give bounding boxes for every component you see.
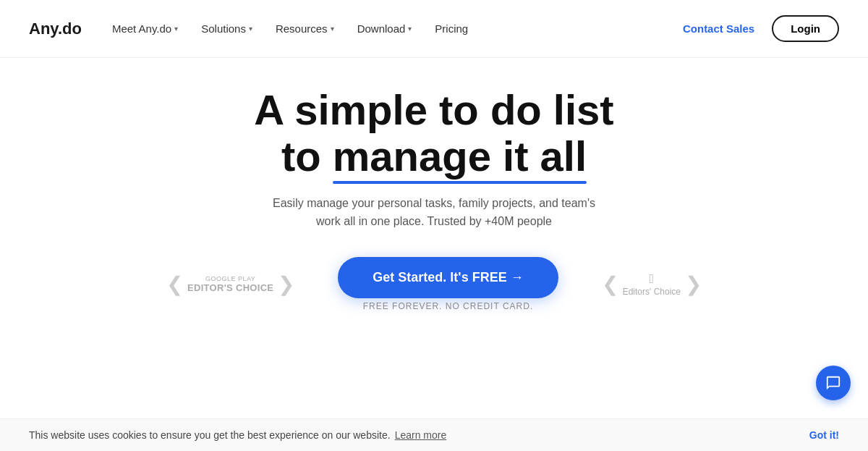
nav-item-download[interactable]: Download ▾ <box>347 17 422 41</box>
laurel-right-icon: ❯ <box>685 272 702 296</box>
nav-item-pricing[interactable]: Pricing <box>425 17 478 41</box>
laurel-right-icon: ❯ <box>278 272 294 296</box>
navbar: Any.do Meet Any.do ▾ Solutions ▾ Resourc… <box>0 0 868 58</box>
nav-right: Contact Sales Login <box>674 15 839 42</box>
badge-laurel-right: ❮  Editors' Choice ❯ <box>602 271 702 297</box>
chevron-down-icon: ▾ <box>174 25 178 33</box>
logo[interactable]: Any.do <box>29 20 82 38</box>
get-started-button[interactable]: Get Started. It's FREE → <box>338 257 558 298</box>
hero-actions: ❮ GOOGLE PLAY EDITOR'S CHOICE ❯ Get Star… <box>166 257 702 311</box>
apple-editors-choice-badge: ❮  Editors' Choice ❯ <box>602 271 702 297</box>
cookie-message-area: This website uses cookies to ensure you … <box>29 429 446 441</box>
cookie-message: This website uses cookies to ensure you … <box>29 429 391 441</box>
free-label: FREE FOREVER. NO CREDIT CARD. <box>363 301 533 311</box>
chat-bubble-button[interactable] <box>816 366 851 400</box>
badge-laurel-left: ❮ GOOGLE PLAY EDITOR'S CHOICE ❯ <box>166 272 294 296</box>
nav-item-resources[interactable]: Resources ▾ <box>265 17 344 41</box>
laurel-left-icon: ❮ <box>166 272 183 296</box>
hero-subtitle: Easily manage your personal tasks, famil… <box>260 194 608 231</box>
accept-cookies-button[interactable]: Got it! <box>809 429 839 441</box>
hero-title-underline: manage it all <box>333 133 587 180</box>
nav-links: Meet Any.do ▾ Solutions ▾ Resources ▾ Do… <box>102 17 478 41</box>
login-button[interactable]: Login <box>772 15 839 42</box>
learn-more-link[interactable]: Learn more <box>395 429 447 441</box>
chevron-down-icon: ▾ <box>331 25 334 33</box>
apple-icon:  <box>650 271 655 287</box>
chevron-down-icon: ▾ <box>249 25 252 33</box>
nav-item-solutions[interactable]: Solutions ▾ <box>191 17 263 41</box>
cta-container: Get Started. It's FREE → FREE FOREVER. N… <box>338 257 558 311</box>
nav-left: Any.do Meet Any.do ▾ Solutions ▾ Resourc… <box>29 17 478 41</box>
google-play-badge: ❮ GOOGLE PLAY EDITOR'S CHOICE ❯ <box>166 272 294 296</box>
chat-icon <box>825 375 841 391</box>
cookie-banner: This website uses cookies to ensure you … <box>0 418 868 451</box>
chevron-down-icon: ▾ <box>408 25 412 33</box>
laurel-left-icon: ❮ <box>602 272 618 296</box>
nav-item-meet-anydo[interactable]: Meet Any.do ▾ <box>102 17 188 41</box>
contact-sales-link[interactable]: Contact Sales <box>674 17 763 41</box>
hero-section: A simple to do list to manage it all Eas… <box>0 58 868 337</box>
hero-title: A simple to do list to manage it all <box>254 87 613 180</box>
